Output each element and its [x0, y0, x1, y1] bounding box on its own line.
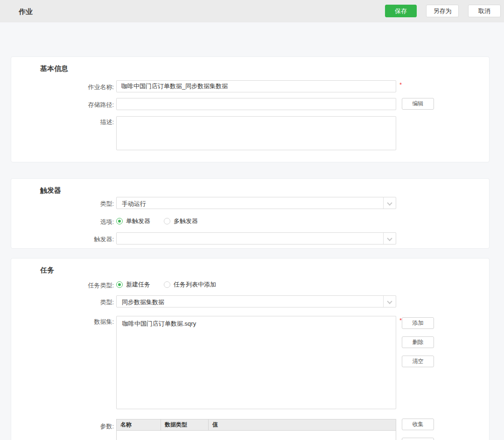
- task-type-select[interactable]: 同步数据集数据: [116, 295, 396, 307]
- radio-selected-icon: [116, 218, 123, 224]
- params-table: 名称 数据类型 值: [116, 419, 396, 440]
- radio-unselected-icon: [164, 281, 170, 288]
- params-col-datatype: 数据类型: [161, 419, 209, 430]
- storage-path-input[interactable]: [116, 98, 396, 110]
- params-col-name: 名称: [117, 419, 161, 430]
- task-type-label: 类型:: [44, 298, 114, 307]
- params-label: 参数:: [44, 422, 114, 431]
- radio-new-task[interactable]: 新建任务: [116, 280, 150, 289]
- params-add-button[interactable]: 添加: [402, 438, 434, 440]
- save-as-button[interactable]: 另存为: [426, 5, 459, 17]
- radio-multi-trigger[interactable]: 多触发器: [164, 217, 198, 225]
- task-card: 任务 任务类型: 新建任务 任务列表中添加 类型: 同步数据集数据 数据集: 咖…: [11, 258, 490, 440]
- params-collect-button[interactable]: 收集: [402, 419, 434, 430]
- dataset-add-button[interactable]: 添加: [402, 317, 434, 329]
- description-textarea[interactable]: [116, 116, 396, 150]
- basic-info-title: 基本信息: [40, 64, 68, 73]
- dataset-clear-button[interactable]: 清空: [402, 356, 434, 367]
- dataset-listbox[interactable]: 咖啡中国门店订单数据.sqry: [116, 316, 396, 409]
- radio-selected-icon: [116, 281, 123, 288]
- chevron-down-icon: [383, 197, 396, 209]
- chevron-down-icon: [383, 296, 396, 307]
- trigger-type-value: 手动运行: [122, 200, 146, 208]
- dataset-label: 数据集:: [44, 318, 114, 326]
- trigger-options-label: 选项:: [44, 218, 114, 226]
- radio-add-from-task-list[interactable]: 任务列表中添加: [164, 280, 216, 289]
- trigger-select-label: 触发器:: [44, 235, 114, 244]
- trigger-card: 触发器 类型: 手动运行 选项: 单触发器 多触发器 触发器:: [11, 178, 490, 249]
- trigger-type-label: 类型:: [44, 200, 114, 208]
- basic-info-card: 基本信息 作业名称: * 存储路径: 编辑 描述:: [11, 56, 490, 162]
- trigger-select[interactable]: [116, 232, 396, 244]
- task-type-value: 同步数据集数据: [122, 298, 164, 307]
- storage-path-label: 存储路径:: [44, 101, 114, 109]
- job-name-label: 作业名称:: [44, 83, 114, 91]
- task-title: 任务: [40, 266, 54, 275]
- job-name-input[interactable]: [116, 80, 396, 92]
- trigger-type-select[interactable]: 手动运行: [116, 197, 396, 209]
- description-label: 描述:: [44, 118, 114, 126]
- radio-single-trigger[interactable]: 单触发器: [116, 217, 150, 225]
- edit-path-button[interactable]: 编辑: [402, 98, 434, 110]
- job-name-required-mark: *: [399, 81, 402, 88]
- task-type-options-label: 任务类型:: [44, 281, 114, 290]
- dataset-delete-button[interactable]: 删除: [402, 336, 434, 348]
- params-table-body[interactable]: [117, 431, 396, 440]
- save-button[interactable]: 保存: [385, 5, 417, 17]
- params-col-value: 值: [209, 419, 396, 430]
- cancel-button[interactable]: 取消: [468, 5, 501, 17]
- trigger-title: 触发器: [40, 186, 61, 195]
- chevron-down-icon: [383, 233, 396, 244]
- params-table-header: 名称 数据类型 值: [117, 419, 396, 431]
- radio-unselected-icon: [164, 218, 170, 224]
- page-title: 作业: [19, 7, 33, 16]
- top-toolbar: 作业 保存 另存为 取消: [0, 0, 504, 22]
- dataset-list-item[interactable]: 咖啡中国门店订单数据.sqry: [117, 316, 396, 331]
